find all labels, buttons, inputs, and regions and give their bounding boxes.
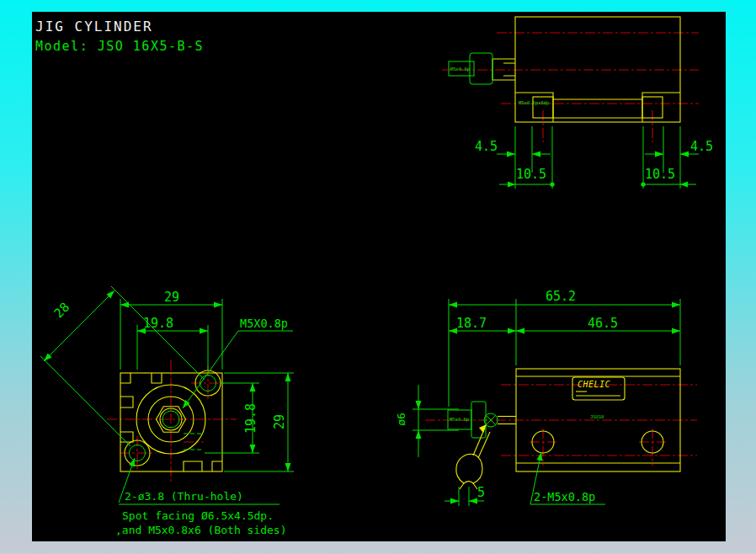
dim-total-length: 65.2 (546, 289, 576, 304)
front-view-centerlines (107, 360, 237, 482)
top-rod-thread-label: M5x0.8p (450, 67, 470, 72)
drawing-title: JIG CYLINDER (35, 19, 153, 35)
side-view-centerlines (425, 385, 697, 466)
model-label: Model: JSO 16X5-B-S (35, 39, 204, 54)
front-view: 28 29 19.8 M5X0.8p 19.8 29 2-ø3.8 (Thru-… (40, 286, 294, 536)
cad-drawing: JIG CYLINDER Model: JSO 16X5-B-S M5x0.8p… (32, 12, 726, 541)
side-view: CHELIC JSO16 M5x0.8p (395, 289, 697, 506)
dim-left-offset: 4.5 (475, 139, 498, 154)
dim-width: 29 (164, 290, 179, 305)
dim-body-length: 46.5 (588, 316, 618, 331)
front-note-line3: ,and M5x0.8x6 (Both sides) (115, 524, 287, 536)
center-thread-label: M5X0.8p (240, 317, 288, 330)
body-series-label: JSO16 (590, 414, 604, 419)
side-rod-thread-label: M5x0.8p (450, 417, 469, 423)
dim-right-offset: 4.5 (690, 139, 713, 154)
nameplate: CHELIC (572, 377, 625, 400)
top-port-thread-label: M5x0.8px6dp (519, 100, 549, 106)
dim-diagonal: 28 (51, 300, 73, 322)
port-note-label: 2-M5x0.8p (534, 490, 595, 503)
wrench-graphic (456, 424, 490, 489)
dim-wrench-flat: 5 (477, 485, 485, 500)
dim-left-pitch: 10.5 (516, 167, 546, 182)
dim-height: 29 (272, 414, 287, 429)
brand-label: CHELIC (578, 380, 610, 389)
dim-bolt-spacing-v: 19.8 (243, 403, 258, 434)
front-note-line1: 2-ø3.8 (Thru-hole) (125, 490, 243, 503)
dim-rod-diameter: ø6 (395, 413, 407, 426)
drawing-canvas: JIG CYLINDER Model: JSO 16X5-B-S M5x0.8p… (32, 12, 726, 541)
top-view-centerlines (442, 33, 699, 142)
dim-rod-length: 18.7 (456, 316, 487, 331)
title-block: JIG CYLINDER Model: JSO 16X5-B-S (35, 19, 204, 54)
top-view: M5x0.8p M5x0.8px6dp 4.5 10.5 10.5 4.5 (442, 17, 713, 189)
front-view-threads (130, 376, 216, 461)
dim-right-pitch: 10.5 (645, 167, 675, 182)
dim-bolt-spacing-h: 19.8 (143, 316, 173, 331)
front-note-line2: Spot facing Ø6.5x4.5dp. (122, 509, 274, 522)
side-view-dimensions (413, 299, 680, 506)
